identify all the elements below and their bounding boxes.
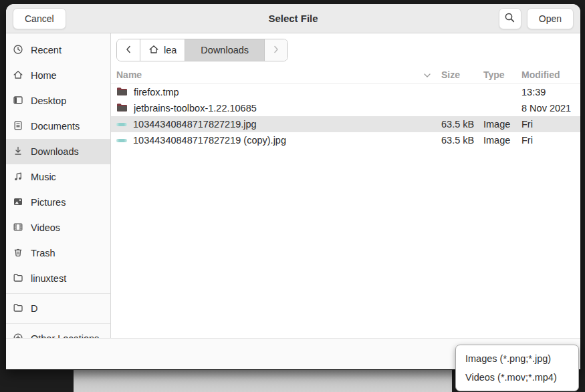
sidebar-item-other-locations[interactable]: Other Locations: [6, 326, 110, 338]
home-icon: [13, 69, 23, 82]
sidebar-item-desktop[interactable]: Desktop: [6, 88, 110, 114]
music-icon: [13, 171, 23, 184]
sidebar-item-label: Music: [31, 172, 56, 182]
sidebar-item-documents[interactable]: Documents: [6, 114, 110, 139]
sidebar-item-pictures[interactable]: Pictures: [6, 190, 110, 215]
file-row-firefox-tmp[interactable]: firefox.tmp 13:39: [111, 84, 580, 100]
file-name: 10344340848717827219.jpg: [133, 119, 257, 130]
pathbar-current-folder-button[interactable]: Downloads: [185, 39, 265, 61]
dialog-title: Select File: [6, 13, 580, 24]
pathbar-home-button[interactable]: lea: [140, 39, 185, 61]
column-header-size[interactable]: Size: [441, 69, 483, 80]
column-header-modified[interactable]: Modified: [521, 69, 580, 80]
file-row-jpg-copy[interactable]: 10344340848717827219 (copy).jpg 63.5 kB …: [111, 132, 580, 148]
folder-icon: [116, 87, 128, 98]
sidebar-item-recent[interactable]: Recent: [6, 37, 110, 63]
trash-icon: [13, 247, 23, 260]
sidebar-item-label: linuxtest: [31, 273, 66, 284]
downloads-icon: [13, 146, 23, 158]
screen: Select File Cancel Open Recent: [0, 0, 585, 392]
pathbar-forward-button[interactable]: [265, 39, 287, 61]
file-list: firefox.tmp 13:39 jetbrains-toolbox-1.22…: [111, 84, 580, 148]
titlebar-right-group: Open: [499, 8, 574, 29]
sidebar-item-label: Recent: [31, 45, 62, 55]
pathbar: lea Downloads: [116, 39, 288, 61]
file-name: jetbrains-toolbox-1.22.10685: [134, 103, 257, 114]
documents-icon: [13, 120, 23, 133]
pictures-icon: [13, 196, 23, 209]
file-type: Image: [483, 119, 521, 130]
other-locations-icon: [13, 333, 23, 339]
file-size: 63.5 kB: [441, 119, 483, 130]
sidebar-item-music[interactable]: Music: [6, 164, 110, 190]
sidebar-item-videos[interactable]: Videos: [6, 215, 110, 240]
file-type-filter-popup: Images (*.png;*.jpg) Videos (*.mov;*.mp4…: [455, 345, 579, 391]
pathbar-row: lea Downloads: [111, 33, 580, 66]
file-modified: 13:39: [521, 87, 580, 97]
image-file-icon: [116, 123, 127, 126]
image-file-icon: [116, 139, 127, 142]
folder-icon: [116, 103, 128, 114]
file-modified: Fri: [521, 119, 580, 130]
sidebar-separator: [6, 323, 110, 324]
file-size: 63.5 kB: [441, 135, 483, 146]
sidebar-separator: [6, 293, 110, 294]
chevron-left-icon: [125, 45, 132, 56]
pathbar-home-label: lea: [164, 45, 177, 55]
sidebar-item-label: Pictures: [31, 197, 66, 208]
sidebar-item-d[interactable]: D: [6, 296, 110, 321]
desktop-icon: [13, 95, 23, 108]
folder-icon: [13, 272, 23, 285]
cancel-button[interactable]: Cancel: [13, 8, 66, 29]
sidebar-item-trash[interactable]: Trash: [6, 240, 110, 266]
column-header-type[interactable]: Type: [483, 69, 521, 80]
sidebar-item-label: Home: [31, 70, 57, 81]
sidebar-item-home[interactable]: Home: [6, 63, 110, 88]
search-button[interactable]: [499, 8, 521, 29]
sidebar-item-label: Documents: [31, 121, 80, 132]
dialog-main: Recent Home Desktop Documents Downloads: [6, 33, 580, 338]
dialog-titlebar: Select File Cancel Open: [6, 4, 580, 33]
file-browser-content: lea Downloads Name Size Type: [111, 33, 580, 338]
file-row-jetbrains-toolbox[interactable]: jetbrains-toolbox-1.22.10685 8 Nov 2021: [111, 100, 580, 116]
column-header-name[interactable]: Name: [116, 69, 441, 80]
search-icon: [504, 12, 515, 25]
file-row-jpg-selected[interactable]: 10344340848717827219.jpg 63.5 kB Image F…: [111, 116, 580, 132]
sidebar-item-label: Other Locations: [31, 333, 99, 338]
home-icon: [148, 44, 159, 57]
sidebar-item-linuxtest[interactable]: linuxtest: [6, 266, 110, 291]
file-name: firefox.tmp: [134, 87, 179, 97]
sidebar-item-label: Downloads: [31, 146, 79, 157]
sidebar-item-label: Videos: [31, 222, 60, 233]
videos-icon: [13, 222, 23, 234]
recent-clock-icon: [13, 44, 23, 57]
file-list-header: Name Size Type Modified: [111, 66, 580, 84]
chevron-right-icon: [273, 45, 279, 56]
sidebar-item-downloads[interactable]: Downloads: [6, 139, 110, 164]
column-header-name-label: Name: [116, 69, 142, 80]
file-modified: 8 Nov 2021: [521, 103, 580, 114]
pathbar-back-button[interactable]: [117, 39, 140, 61]
open-button[interactable]: Open: [527, 8, 574, 29]
sort-chevron-down-icon: [423, 69, 431, 80]
sidebar-item-label: Desktop: [31, 95, 66, 106]
sidebar-item-label: D: [31, 303, 37, 314]
background-window-edge: [74, 370, 452, 392]
file-type: Image: [483, 135, 521, 146]
places-sidebar: Recent Home Desktop Documents Downloads: [6, 33, 111, 338]
filter-option-videos[interactable]: Videos (*.mov;*.mp4): [456, 368, 578, 387]
file-name: 10344340848717827219 (copy).jpg: [133, 135, 286, 146]
file-chooser-dialog: Select File Cancel Open Recent: [6, 4, 580, 369]
folder-icon: [13, 303, 23, 315]
file-modified: Fri: [521, 135, 580, 146]
sidebar-item-label: Trash: [31, 248, 55, 258]
filter-option-images[interactable]: Images (*.png;*.jpg): [456, 349, 578, 368]
